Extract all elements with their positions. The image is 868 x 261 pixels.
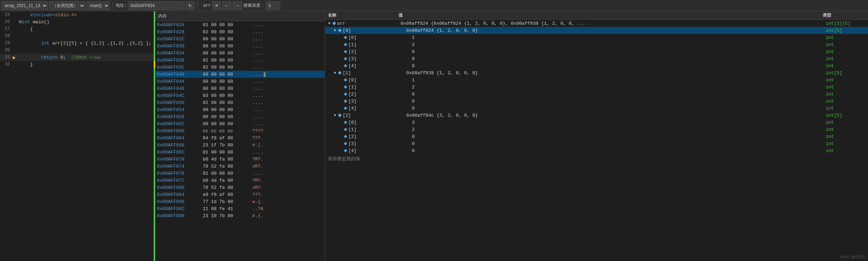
mem-chars: ..?A — [252, 206, 263, 211]
memory-row[interactable]: 0x00AFF82802 00 00 00.... — [155, 28, 325, 35]
memory-row[interactable]: 0x00AFF82401 00 00 00.... — [155, 21, 325, 28]
watch-forward-button[interactable]: → — [233, 1, 242, 10]
scope-select[interactable]: （全局范围） — [49, 1, 85, 10]
watch-item-type: int[5] — [826, 28, 868, 33]
mem-chars: .... — [252, 79, 263, 84]
mem-chars: .... — [252, 93, 263, 98]
watch-row[interactable]: [0]1int — [325, 34, 868, 41]
watch-item-type: int — [826, 99, 868, 104]
watch-item-type: int — [826, 141, 868, 146]
leaf-diamond-icon — [343, 50, 348, 54]
watch-row[interactable]: [3]0int — [325, 55, 868, 62]
memory-panel[interactable]: 0x00AFF82401 00 00 00....0x00AFF82802 00… — [155, 21, 325, 219]
mem-bytes: 00 00 00 00 — [203, 107, 252, 112]
line-num-26: 26 — [0, 19, 13, 24]
refresh-button[interactable]: ↻ — [186, 1, 194, 10]
watch-row[interactable]: [1]2int — [325, 83, 868, 91]
mem-addr: 0x00AFF88C — [157, 206, 203, 211]
watch-row[interactable]: [3]0int — [325, 98, 868, 105]
depth-input[interactable] — [266, 1, 280, 10]
mem-chars: ?M?. — [252, 178, 263, 183]
addr-input[interactable] — [128, 1, 184, 10]
watch-row[interactable]: [4]0int — [325, 105, 868, 112]
memory-row[interactable]: 0x00AFF85C00 00 00 00.... — [155, 120, 325, 127]
code-line-32[interactable]: 32 } — [0, 61, 155, 68]
memory-row[interactable]: 0x00AFF88877 1d 7b 00w.{. — [155, 198, 325, 205]
toolbar-separator2 — [197, 2, 197, 9]
mem-bytes: 00 00 00 00 — [203, 51, 252, 56]
mem-bytes: 01 00 00 00 — [203, 171, 252, 176]
memory-row[interactable]: 0x00AFF870b0 4d fa 00?M?. — [155, 156, 325, 163]
code-line-28[interactable]: 28 — [0, 33, 155, 40]
code-panel: 25 #include<stdio.h> 26 ⊟int main() 27 {… — [0, 11, 155, 261]
watch-item-name: [1] — [348, 42, 412, 47]
code-line-27[interactable]: 27 { — [0, 25, 155, 33]
watch-row[interactable]: ▼[1]0x00aff838 {1, 2, 0, 0, 0}int[5] — [325, 69, 868, 76]
watch-row[interactable]: [1]2int — [325, 41, 868, 48]
watch-row[interactable]: [0]1int — [325, 76, 868, 83]
expand-icon[interactable]: ▼ — [332, 71, 338, 75]
expand-icon[interactable]: ▼ — [332, 114, 338, 117]
memory-row[interactable]: 0x00AFF86484 f8 af 00???. — [155, 134, 325, 141]
memory-row[interactable]: 0x00AFF84400 00 00 00.... — [155, 78, 325, 85]
top-toolbar: array_2021_11_13 （全局范围） main() 地址: ↻ arr… — [0, 0, 868, 11]
watch-item-type: int — [826, 106, 868, 111]
memory-row[interactable]: 0x00AFF884e0 f8 af 00???. — [155, 191, 325, 198]
memory-row[interactable]: 0x00AFF83C02 00 00 00.... — [155, 64, 325, 71]
memory-row[interactable]: 0x00AFF84800 00 00 00.... — [155, 85, 325, 92]
memory-row[interactable]: 0x00AFF85800 00 00 00.... — [155, 113, 325, 120]
memory-row[interactable]: 0x00AFF860cc cc cc cc???? — [155, 127, 325, 134]
code-line-26[interactable]: 26 ⊟int main() — [0, 18, 155, 25]
memory-row[interactable]: 0x00AFF88C11 08 fe 41..?A — [155, 205, 325, 212]
memory-row[interactable]: 0x00AFF85002 00 00 00.... — [155, 99, 325, 106]
leaf-diamond-icon — [343, 78, 348, 82]
memory-row[interactable]: 0x00AFF83000 00 00 00.... — [155, 42, 325, 50]
code-line-29[interactable]: 29 int arr[3][5] = { {1,2} ,{1,2} ,{3,2}… — [0, 40, 155, 47]
watch-row[interactable]: [0]3int — [325, 119, 868, 126]
expand-icon[interactable]: ▼ — [326, 22, 332, 25]
memory-row[interactable]: 0x00AFF82C00 00 00 00.... — [155, 35, 325, 42]
svg-rect-3 — [344, 43, 347, 46]
memory-row[interactable]: 0x00AFF85400 00 00 00.... — [155, 106, 325, 113]
code-line-30[interactable]: 30 — [0, 47, 155, 54]
code-line-25[interactable]: 25 #include<stdio.h> — [0, 11, 155, 18]
watch-item-value: 0 — [412, 134, 826, 139]
watch-row[interactable]: ▼[0]0x00aff824 {1, 2, 0, 0, 0}int[5] — [325, 27, 868, 34]
svg-rect-7 — [338, 71, 342, 75]
memory-row[interactable]: 0x00AFF86823 1f 7b 00#.{. — [155, 141, 325, 149]
col-value: 值 — [398, 12, 823, 18]
watch-back-button[interactable]: ← — [222, 1, 231, 10]
memory-row[interactable]: 0x00AFF86C01 00 00 00.... — [155, 149, 325, 156]
file-select[interactable]: array_2021_11_13 — [1, 1, 48, 10]
mem-chars: .... — [252, 65, 263, 70]
add-watch-label[interactable]: 添加要监视的项 — [325, 154, 868, 163]
mem-addr: 0x00AFF84C — [157, 93, 203, 98]
memory-row[interactable]: 0x00AFF83801 00 00 00.... — [155, 57, 325, 64]
memory-row[interactable]: 0x00AFF84000 00 00 00....| — [155, 71, 325, 78]
watch-row[interactable]: ▼arr0x00aff824 {0x00aff824 {1, 2, 0, 0, … — [325, 20, 868, 27]
memory-row[interactable]: 0x00AFF84C03 00 00 00.... — [155, 92, 325, 99]
leaf-diamond-icon — [343, 127, 348, 132]
line-num-28: 28 — [0, 34, 13, 39]
expand-icon[interactable]: ▼ — [332, 29, 338, 33]
memory-row[interactable]: 0x00AFF87801 00 00 00.... — [155, 170, 325, 177]
watch-row[interactable]: [2]0int — [325, 133, 868, 140]
watch-row[interactable]: [2]0int — [325, 91, 868, 98]
memory-row[interactable]: 0x00AFF88078 52 fa 00xR?. — [155, 184, 325, 191]
memory-row[interactable]: 0x00AFF87Cb0 4d fa 00?M?. — [155, 177, 325, 184]
watch-row[interactable]: [4]0int — [325, 147, 868, 154]
watch-row[interactable]: [4]0int — [325, 62, 868, 69]
func-select[interactable]: main() — [87, 1, 110, 10]
memory-row[interactable]: 0x00AFF87478 52 fa 00xR?. — [155, 163, 325, 170]
watch-close-button[interactable]: ✕ — [212, 1, 221, 10]
watch-row[interactable]: [2]0int — [325, 48, 868, 55]
code-line-31[interactable]: 31 ▶ return 0; 已用时间 <=1ms — [0, 54, 155, 61]
memory-row[interactable]: 0x00AFF83400 00 00 00.... — [155, 50, 325, 57]
watch-row[interactable]: [3]0int — [325, 140, 868, 147]
watch-item-value: 1 — [412, 35, 826, 40]
watch-row[interactable]: [1]2int — [325, 126, 868, 133]
memory-row[interactable]: 0x00AFF89023 10 7b 00#.{. — [155, 212, 325, 219]
svg-rect-13 — [338, 113, 342, 117]
watch-item-name: [0] — [348, 35, 412, 40]
watch-row[interactable]: ▼[2]0x00aff84c {3, 2, 0, 0, 0}int[5] — [325, 112, 868, 119]
